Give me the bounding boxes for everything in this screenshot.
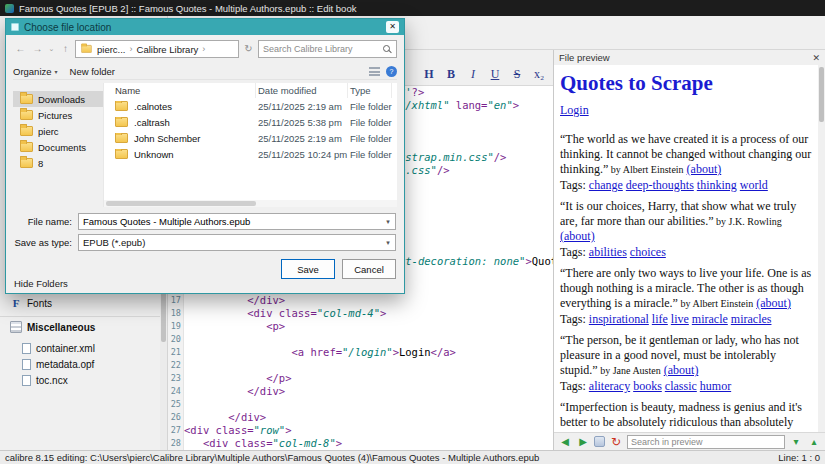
hide-folders-button[interactable]: Hide Folders	[14, 278, 68, 289]
breadcrumb-calibre-library[interactable]: Calibre Library	[137, 44, 199, 55]
refresh-preview-icon[interactable]: ↻	[609, 435, 623, 449]
column-header-name[interactable]: Name	[104, 83, 256, 98]
code-text[interactable]: </div>	[184, 385, 285, 398]
code-text[interactable]: <div class="col-md-4">	[184, 307, 386, 320]
about-link[interactable]: (about)	[687, 162, 722, 176]
place-item-documents[interactable]: Documents	[13, 139, 103, 155]
about-link[interactable]: (about)	[560, 229, 595, 243]
help-icon[interactable]: ?	[386, 66, 397, 77]
code-text[interactable]: </div>	[184, 294, 285, 307]
quote-text: “Imperfection is beauty, madness is geni…	[560, 400, 802, 432]
tag-link-choices[interactable]: choices	[630, 245, 666, 259]
place-item-8[interactable]: 8	[13, 155, 103, 171]
file-date: 25/11/2025 10:24 pm	[256, 149, 348, 160]
view-icon[interactable]	[369, 67, 380, 76]
format-button-3[interactable]: U	[487, 67, 503, 82]
scrollbar-thumb[interactable]	[819, 67, 824, 122]
sync-right-icon[interactable]: ▶	[576, 435, 590, 449]
code-text[interactable]: <p>	[184, 320, 285, 333]
file-name-combo[interactable]: ▾	[78, 213, 396, 230]
save-button[interactable]: Save	[281, 259, 335, 279]
file-browser-category-miscellaneous[interactable]: Miscellaneous	[10, 321, 95, 333]
file-name-input[interactable]	[79, 214, 381, 229]
chevron-down-icon[interactable]: ▾	[381, 218, 395, 226]
file-browser-category-fonts[interactable]: F Fonts	[10, 297, 52, 309]
code-text[interactable]: <div class="col-md-8">	[184, 437, 342, 450]
tag-link-world[interactable]: world	[740, 178, 768, 192]
folder-icon	[115, 149, 128, 159]
file-row[interactable]: .calnotes25/11/2025 2:19 amFile folder	[104, 98, 397, 114]
new-folder-button[interactable]: New folder	[70, 66, 115, 77]
forward-icon[interactable]: →	[30, 41, 45, 57]
quote-by: by	[714, 216, 729, 227]
dialog-close-icon[interactable]: ✕	[386, 21, 399, 33]
tag-link-life[interactable]: life	[652, 312, 668, 326]
up-icon[interactable]: ↑	[58, 41, 73, 57]
file-browser-item-metadata.opf[interactable]: metadata.opf	[22, 356, 157, 372]
preview-content[interactable]: Quotes to Scrape Login “The world as we …	[554, 65, 818, 432]
breadcrumb[interactable]: pierc... › Calibre Library ›	[75, 40, 239, 58]
tag-link-humor[interactable]: humor	[700, 379, 731, 393]
code-text[interactable]: <a href="/login">Login</a>	[184, 346, 456, 359]
file-browser-item-container.xml[interactable]: container.xml	[22, 340, 157, 356]
code-indent	[184, 372, 266, 384]
line-number: 18	[168, 307, 184, 320]
place-item-pierc[interactable]: pierc	[13, 123, 103, 139]
dialog-search-input[interactable]	[259, 41, 396, 57]
history-dropdown-icon[interactable]: ⌄	[47, 41, 56, 57]
cancel-button[interactable]: Cancel	[342, 259, 396, 279]
column-header-date-modified[interactable]: Date modified	[256, 83, 348, 98]
place-item-downloads[interactable]: Downloads	[13, 91, 103, 107]
breadcrumb-root[interactable]: pierc...	[97, 44, 126, 55]
tag-link-miracle[interactable]: miracle	[692, 312, 728, 326]
code-token: >	[336, 437, 342, 449]
chevron-down-icon[interactable]: ▾	[381, 239, 395, 247]
place-label: 8	[38, 158, 43, 169]
back-icon[interactable]: ←	[13, 41, 28, 57]
tag-link-deep-thoughts[interactable]: deep-thoughts	[626, 178, 694, 192]
tag-link-classic[interactable]: classic	[665, 379, 697, 393]
code-text[interactable]: </p>	[184, 372, 291, 385]
login-link[interactable]: Login	[560, 103, 589, 117]
about-link[interactable]: (about)	[756, 296, 791, 310]
dialog-buttons: Save Cancel	[281, 259, 396, 279]
place-item-pictures[interactable]: Pictures	[13, 107, 103, 123]
find-next-icon[interactable]: ▾	[789, 435, 803, 449]
close-preview-icon[interactable]: ✕	[812, 53, 820, 63]
find-prev-icon[interactable]: ▴	[807, 435, 821, 449]
tag-link-miracles[interactable]: miracles	[731, 312, 772, 326]
horizontal-scrollbar[interactable]	[104, 200, 397, 207]
tag-link-aliteracy[interactable]: aliteracy	[589, 379, 630, 393]
format-button-0[interactable]: H	[421, 67, 437, 82]
preview-scrollbar[interactable]	[818, 65, 825, 432]
preview-search-input[interactable]	[627, 435, 785, 449]
format-button-4[interactable]: S	[509, 67, 525, 82]
file-row[interactable]: Unknown25/11/2025 10:24 pmFile folder	[104, 146, 397, 162]
file-browser-item-toc.ncx[interactable]: toc.ncx	[22, 372, 157, 388]
save-type-combo[interactable]: EPUB (*.epub) ▾	[78, 234, 396, 251]
tag-link-live[interactable]: live	[671, 312, 689, 326]
code-text[interactable]: <div class="row">	[184, 424, 291, 437]
column-header-type[interactable]: Type	[348, 83, 392, 98]
refresh-icon[interactable]: ↻	[241, 41, 256, 57]
tag-link-inspirational[interactable]: inspirational	[589, 312, 649, 326]
window-title: Famous Quotes [EPUB 2] :: Famous Quotes …	[19, 3, 356, 14]
file-row[interactable]: .caltrash25/11/2025 5:38 pmFile folder	[104, 114, 397, 130]
sync-left-icon[interactable]: ◀	[558, 435, 572, 449]
tag-link-abilities[interactable]: abilities	[589, 245, 627, 259]
tag-link-thinking[interactable]: thinking	[697, 178, 737, 192]
tag-link-books[interactable]: books	[633, 379, 662, 393]
scrollbar-thumb[interactable]	[106, 201, 256, 206]
format-button-2[interactable]: I	[465, 67, 481, 82]
code-text[interactable]: </div>	[184, 411, 266, 424]
file-icon	[22, 359, 31, 370]
format-button-1[interactable]: B	[443, 67, 459, 82]
folder-icon	[115, 101, 128, 111]
organize-button[interactable]: Organize ▾	[13, 66, 58, 77]
about-link[interactable]: (about)	[664, 363, 699, 377]
file-row[interactable]: John Schember25/11/2025 2:19 amFile fold…	[104, 130, 397, 146]
grid-icon[interactable]	[594, 436, 605, 447]
format-button-5[interactable]: x₂	[531, 67, 547, 82]
tag-link-change[interactable]: change	[589, 178, 623, 192]
place-label: pierc	[38, 126, 59, 137]
